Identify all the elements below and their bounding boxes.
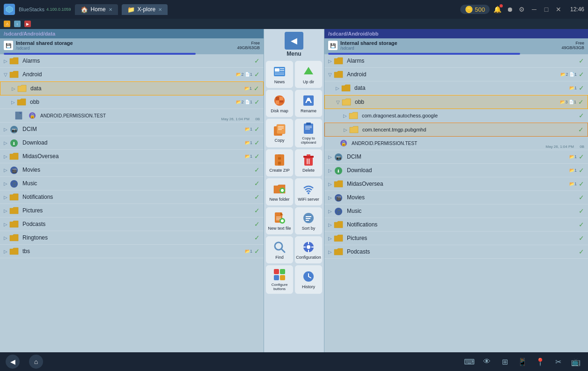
- left-folder-music[interactable]: ▷ 🎵 Music ✓: [0, 177, 264, 190]
- home-button[interactable]: ⌂: [29, 355, 43, 369]
- svg-rect-24: [279, 103, 283, 104]
- menu-item-configurebuttons[interactable]: Configure buttons: [266, 265, 293, 294]
- right-folder-podcasts[interactable]: ▷ Podcasts ✓: [324, 245, 588, 259]
- right-folder-music[interactable]: ▷ 🎵 Music ✓: [324, 204, 588, 218]
- left-folder-alarms[interactable]: ▷ Alarms ✓: [0, 54, 264, 68]
- right-folder-midasoversea[interactable]: ▷ MidasOversea 📂1 ✓: [324, 177, 588, 191]
- eye-icon[interactable]: 👁: [480, 355, 493, 368]
- right-folder-dragonest[interactable]: ▷ com.dragonest.autochess.google ✓: [324, 109, 588, 123]
- folder-name: tbs: [22, 248, 245, 255]
- coins-value: 500: [475, 6, 485, 13]
- cut-icon[interactable]: ✂: [551, 355, 565, 368]
- menu-item-sortby[interactable]: Sort by: [295, 207, 322, 234]
- right-folder-alarms[interactable]: ▷ Alarms ✓: [324, 54, 588, 68]
- screen2-icon[interactable]: 📺: [569, 355, 582, 368]
- left-file-permission[interactable]: 🔒 ANDROID.PERMISSION.TEST May 26, 1:04 P…: [0, 109, 264, 123]
- location-icon[interactable]: 📍: [534, 355, 547, 368]
- menu-item-configuration-label: Configuration: [296, 255, 321, 260]
- left-folder-android[interactable]: ▽ Android 📂2 📄1 ✓: [0, 68, 264, 81]
- menu-panel: ◀ Menu News Up dir: [264, 29, 324, 352]
- tab-home-close[interactable]: ✕: [109, 7, 112, 12]
- left-folder-ringtones[interactable]: ▷ Ringtones ✓: [0, 231, 264, 245]
- left-folder-tbs[interactable]: ▷ tbs 📂1 ✓: [0, 245, 264, 258]
- record-icon[interactable]: ⏺: [506, 5, 514, 14]
- menu-item-find[interactable]: Find: [266, 236, 293, 263]
- menu-item-newfolder[interactable]: New folder: [266, 178, 293, 205]
- warning-icon: ⚠: [4, 21, 10, 27]
- left-folder-download[interactable]: ▷ ⬇ Download 📂1 ✓: [0, 136, 264, 150]
- tab-xplore[interactable]: 📁 X-plore ✕: [122, 4, 168, 15]
- info-icon: i: [14, 21, 21, 27]
- screen-icon[interactable]: ⊞: [498, 355, 511, 368]
- right-file-permission[interactable]: 🔒 ANDROID.PERMISSION.TEST May 26, 1:04 P…: [324, 137, 588, 150]
- folder-icon: [334, 180, 343, 188]
- menu-item-copy[interactable]: Copy: [266, 119, 293, 147]
- left-storage-bar[interactable]: 💾 Internal shared storage /sdcard Free 4…: [0, 38, 264, 52]
- folder-icon: [17, 84, 27, 93]
- svg-rect-62: [306, 220, 309, 221]
- left-folder-data[interactable]: ▷ data 📂1 ✓: [0, 81, 264, 95]
- phone-icon[interactable]: 📱: [516, 355, 529, 368]
- tab-xplore-close[interactable]: ✕: [158, 7, 162, 12]
- keyboard-icon[interactable]: ⌨: [463, 355, 476, 368]
- menu-item-newtextfile[interactable]: New text file: [266, 207, 293, 234]
- expand-icon: ▽: [4, 72, 9, 77]
- folder-name: Android: [347, 71, 560, 78]
- tab-home[interactable]: 🏠 Home ✕: [75, 4, 118, 15]
- restore-icon[interactable]: □: [542, 5, 551, 14]
- left-folder-dcim[interactable]: ▷ 📷 DCIM 📂1 ✓: [0, 123, 264, 136]
- right-folder-list[interactable]: ▷ Alarms ✓ ▽ Android 📂2 📄1 ✓ ▷ data 📂1 ✓: [324, 54, 588, 352]
- close-icon[interactable]: ✕: [554, 5, 563, 14]
- right-folder-movies[interactable]: ▷ 🎬 Movies ✓: [324, 191, 588, 204]
- expand-icon: ▽: [328, 72, 334, 77]
- left-folder-obb[interactable]: ▷ obb 📂2 📄1 ✓: [0, 95, 264, 109]
- menu-back-button[interactable]: ◀: [285, 32, 303, 50]
- left-folder-list[interactable]: ▷ Alarms ✓ ▽ Android 📂2 📄1 ✓ ▷ data 📂1 ✓: [0, 54, 264, 352]
- left-folder-midasoversea[interactable]: ▷ MidasOversea 📂1 ✓: [0, 150, 264, 163]
- back-button[interactable]: ◀: [6, 355, 20, 369]
- menu-item-copy-clipboard[interactable]: Copy to clipboard: [295, 119, 322, 147]
- check-icon: ✓: [254, 57, 260, 65]
- right-folder-android[interactable]: ▽ Android 📂2 📄1 ✓: [324, 68, 588, 81]
- right-folder-data[interactable]: ▷ data 📂1 ✓: [324, 81, 588, 95]
- right-permission-icon: 🔒: [339, 139, 348, 147]
- right-folder-pictures[interactable]: ▷ Pictures ✓: [324, 232, 588, 245]
- expand-icon: ▽: [336, 100, 342, 105]
- minimize-icon[interactable]: ─: [530, 5, 538, 14]
- expand-icon: ▷: [328, 249, 334, 255]
- folder-meta: 📂1: [245, 154, 252, 159]
- right-storage-bar[interactable]: 💾 Internal shared storage /sdcard Free 4…: [324, 38, 588, 52]
- folder-music-icon: 🎵: [9, 179, 19, 188]
- check-icon: ✓: [579, 153, 584, 160]
- menu-item-news[interactable]: News: [266, 61, 293, 88]
- menu-item-history[interactable]: History: [295, 265, 322, 294]
- right-folder-tencent[interactable]: ▷ com.tencent.tmgp.pubgmhd ✓: [324, 123, 588, 137]
- check-icon: ✓: [578, 98, 584, 106]
- menu-item-delete-label: Delete: [302, 168, 315, 173]
- menu-item-diskmap-label: Disk map: [271, 109, 288, 113]
- menu-item-updir[interactable]: Up dir: [295, 61, 322, 88]
- folder-dcim-icon: 📷: [334, 153, 343, 161]
- menu-item-configuration[interactable]: Configuration: [295, 236, 322, 263]
- left-folder-notifications[interactable]: ▷ Notifications ✓: [0, 190, 264, 204]
- right-folder-download[interactable]: ▷ ⬇ Download 📂1 ✓: [324, 164, 588, 177]
- notification-icon[interactable]: 🔔: [493, 5, 502, 14]
- folder-download-icon: ⬇: [9, 138, 19, 147]
- menu-item-delete[interactable]: Delete: [295, 149, 322, 176]
- folder-meta: 📂1: [244, 86, 252, 91]
- right-folder-notifications[interactable]: ▷ Notifications ✓: [324, 218, 588, 232]
- menu-title: Menu: [287, 51, 301, 57]
- right-folder-dcim[interactable]: ▷ 📷 DCIM 📂1 ✓: [324, 150, 588, 164]
- menu-item-rename[interactable]: Rename: [295, 90, 322, 117]
- menu-item-createzip[interactable]: Create ZIP: [266, 149, 293, 176]
- settings-icon[interactable]: ⚙: [518, 5, 526, 14]
- menu-item-diskmap[interactable]: Disk map: [266, 90, 293, 117]
- left-folder-movies[interactable]: ▷ 🎬 Movies ✓: [0, 163, 264, 177]
- right-path-label: /sdcard/Android/obb: [328, 31, 379, 36]
- copy-clipboard-icon: [302, 122, 315, 135]
- menu-item-wifiserver[interactable]: WiFi server: [295, 178, 322, 205]
- left-folder-podcasts[interactable]: ▷ Podcasts ✓: [0, 218, 264, 231]
- expand-icon: ▷: [328, 182, 334, 187]
- right-folder-obb[interactable]: ▽ obb 📂3 📄1 ✓: [324, 95, 588, 109]
- left-folder-pictures[interactable]: ▷ Pictures ✓: [0, 204, 264, 218]
